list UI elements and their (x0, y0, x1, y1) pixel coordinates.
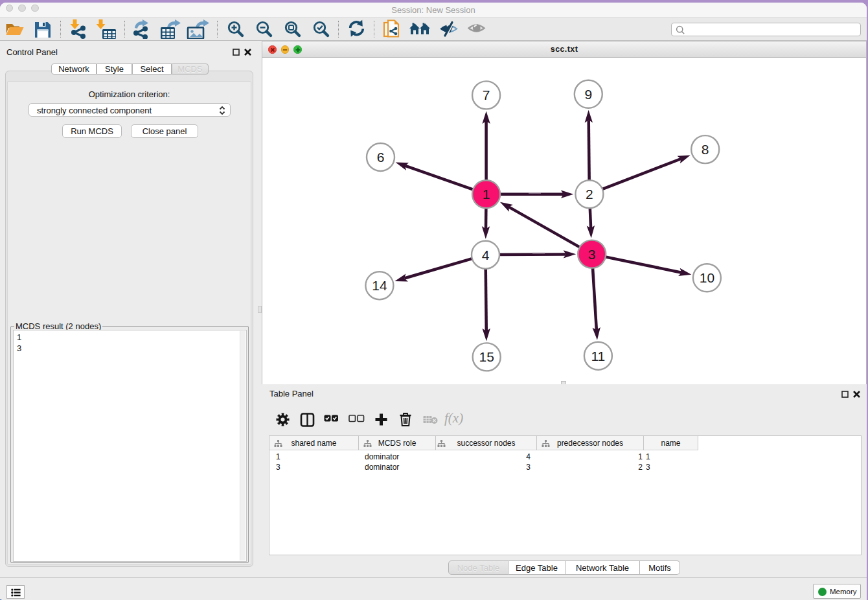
svg-text:14: 14 (372, 278, 387, 293)
svg-text:6: 6 (377, 150, 385, 165)
svg-text:8: 8 (702, 142, 709, 157)
svg-text:4: 4 (482, 248, 490, 262)
svg-text:7: 7 (483, 87, 490, 102)
svg-text:3: 3 (588, 247, 596, 262)
svg-text:11: 11 (591, 349, 605, 363)
svg-text:15: 15 (479, 349, 494, 364)
svg-text:10: 10 (700, 270, 714, 285)
svg-text:9: 9 (584, 87, 592, 102)
svg-text:1: 1 (483, 187, 490, 202)
svg-text:2: 2 (586, 187, 593, 202)
